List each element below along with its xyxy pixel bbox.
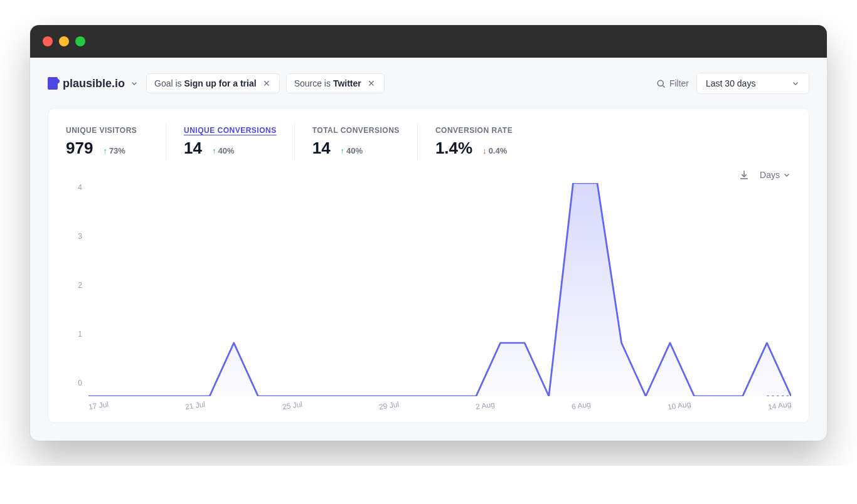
filter-chip-text: Source is Twitter <box>294 78 361 88</box>
arrow-down-icon: ↓ <box>482 146 487 155</box>
stats-row: UNIQUE VISITORS979↑73%UNIQUE CONVERSIONS… <box>66 123 791 160</box>
stat-delta: ↑40% <box>341 146 363 155</box>
x-tick-label: 25 Jul <box>282 400 303 411</box>
close-window-button[interactable] <box>43 36 53 46</box>
stat-delta: ↓0.4% <box>482 146 507 155</box>
filter-chip[interactable]: Source is Twitter✕ <box>286 73 385 93</box>
stat-tile[interactable]: CONVERSION RATE1.4%↓0.4% <box>435 123 536 160</box>
stat-value: 14 <box>184 139 202 158</box>
window-titlebar <box>30 25 827 58</box>
stat-label: TOTAL CONVERSIONS <box>312 126 400 135</box>
app-window: plausible.io Goal is Sign up for a trial… <box>30 25 827 441</box>
chart-toolbar: Days <box>66 169 791 181</box>
arrow-up-icon: ↑ <box>103 146 107 155</box>
search-icon <box>656 79 666 88</box>
filter-label: Filter <box>669 78 689 88</box>
filter-chip[interactable]: Goal is Sign up for a trial✕ <box>146 73 280 93</box>
y-tick-label: 4 <box>78 183 82 192</box>
topbar: plausible.io Goal is Sign up for a trial… <box>48 73 809 94</box>
remove-filter-button[interactable]: ✕ <box>262 78 272 88</box>
y-tick-label: 1 <box>78 330 82 339</box>
x-tick-label: 14 Aug <box>767 399 792 411</box>
remove-filter-button[interactable]: ✕ <box>366 78 376 88</box>
y-tick-label: 3 <box>78 232 82 241</box>
add-filter-button[interactable]: Filter <box>656 78 689 88</box>
dashboard-content: plausible.io Goal is Sign up for a trial… <box>30 58 827 441</box>
date-range-label: Last 30 days <box>706 78 755 88</box>
stat-delta: ↑73% <box>103 146 125 155</box>
x-tick-label: 6 Aug <box>571 400 591 411</box>
chart-plot <box>88 183 791 396</box>
arrow-up-icon: ↑ <box>212 146 216 155</box>
y-tick-label: 2 <box>78 281 82 290</box>
chart-svg <box>88 183 791 396</box>
logo-icon <box>48 77 58 90</box>
x-tick-label: 2 Aug <box>475 400 495 411</box>
stat-tile[interactable]: TOTAL CONVERSIONS14↑40% <box>312 123 418 160</box>
stat-label: CONVERSION RATE <box>435 126 518 135</box>
stat-delta-value: 40% <box>346 146 363 155</box>
site-selector[interactable]: plausible.io <box>48 77 139 90</box>
stat-delta-value: 73% <box>109 146 125 155</box>
filter-chip-text: Goal is Sign up for a trial <box>154 78 257 88</box>
x-tick-label: 10 Aug <box>667 399 691 411</box>
stat-delta: ↑40% <box>212 146 235 155</box>
chevron-down-icon <box>791 79 800 88</box>
maximize-window-button[interactable] <box>75 36 85 46</box>
stat-delta-value: 40% <box>218 146 234 155</box>
interval-label: Days <box>760 170 780 180</box>
stat-label: UNIQUE CONVERSIONS <box>184 126 277 135</box>
stat-value: 979 <box>66 139 93 158</box>
interval-selector[interactable]: Days <box>760 170 791 180</box>
y-tick-label: 0 <box>78 379 82 387</box>
site-name: plausible.io <box>63 77 125 90</box>
chevron-down-icon <box>782 171 791 179</box>
y-axis: 43210 <box>66 183 86 387</box>
date-range-selector[interactable]: Last 30 days <box>696 73 809 94</box>
x-tick-label: 17 Jul <box>88 400 109 411</box>
stat-label: UNIQUE VISITORS <box>66 126 148 135</box>
download-button[interactable] <box>738 169 750 181</box>
chevron-down-icon <box>130 79 139 88</box>
stat-tile[interactable]: UNIQUE CONVERSIONS14↑40% <box>184 123 295 160</box>
x-axis: 17 Jul21 Jul25 Jul29 Jul2 Aug6 Aug10 Aug… <box>88 401 792 410</box>
main-card: UNIQUE VISITORS979↑73%UNIQUE CONVERSIONS… <box>48 108 809 423</box>
filter-chips: Goal is Sign up for a trial✕Source is Tw… <box>146 73 385 93</box>
chart: 43210 17 Jul21 Jul25 Jul29 Jul2 Aug6 Aug… <box>66 183 791 410</box>
svg-point-0 <box>657 80 663 86</box>
stat-value: 1.4% <box>435 139 472 158</box>
x-tick-label: 21 Jul <box>184 400 206 411</box>
arrow-up-icon: ↑ <box>341 146 345 155</box>
stat-value: 14 <box>312 139 331 158</box>
minimize-window-button[interactable] <box>59 36 69 46</box>
x-tick-label: 29 Jul <box>378 400 400 411</box>
stat-tile[interactable]: UNIQUE VISITORS979↑73% <box>66 123 166 160</box>
download-icon <box>738 169 750 181</box>
stat-delta-value: 0.4% <box>489 146 508 155</box>
